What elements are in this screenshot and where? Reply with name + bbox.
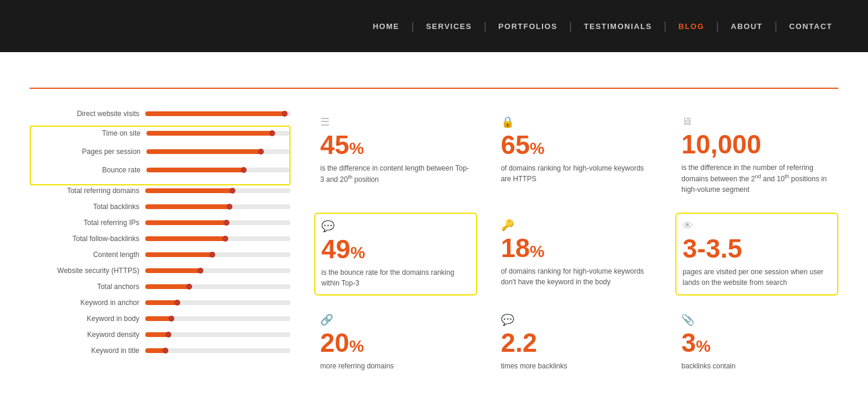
bar-label: Website security (HTTPS) <box>30 267 145 275</box>
bar-fill <box>145 268 200 273</box>
stats-section: ☰45%is the difference in content length … <box>314 110 838 377</box>
nav-item-portfolios[interactable]: PORTFOLIOS <box>487 22 570 31</box>
nav-item-contact[interactable]: CONTACT <box>777 22 844 31</box>
bar-track <box>145 111 291 116</box>
bar-dot <box>165 332 171 338</box>
bar-track <box>145 188 291 193</box>
bar-fill <box>145 111 285 116</box>
bar-row: Keyword density <box>30 330 291 339</box>
bar-row: Total referring IPs <box>30 219 291 227</box>
bar-row: Pages per session <box>31 146 289 157</box>
stat-desc: is the difference in the number of refer… <box>681 162 832 195</box>
bar-row: Total follow-backlinks <box>30 235 291 243</box>
bar-label: Content length <box>30 251 145 259</box>
bar-track <box>145 236 291 241</box>
bar-label: Total anchors <box>30 283 145 291</box>
bar-row: Time on site <box>31 128 289 139</box>
stat-desc: of domains ranking for high-volume keywo… <box>501 163 652 184</box>
bar-row: Bounce rate <box>31 165 289 175</box>
stat-card: 💬49%is the bounce rate for the domains r… <box>314 213 477 296</box>
bar-fill <box>145 220 226 225</box>
stat-value: 3-3.5 <box>682 236 831 262</box>
stat-card: 📎3%backlinks contain <box>675 307 838 377</box>
nav-item-testimonials[interactable]: TESTIMONIALS <box>572 22 664 31</box>
stat-value: 65% <box>501 132 652 158</box>
nav-item-about[interactable]: ABOUT <box>719 22 775 31</box>
stat-card: ☰45%is the difference in content length … <box>314 110 477 201</box>
bar-label: Total referring domains <box>30 187 145 195</box>
bar-fill <box>145 284 189 289</box>
bar-row: Keyword in anchor <box>30 299 291 307</box>
bar-dot <box>282 111 288 117</box>
nav-item-blog[interactable]: BLOG <box>666 22 716 31</box>
stat-desc: backlinks contain <box>681 361 832 371</box>
bar-dot <box>229 188 235 194</box>
bar-fill <box>145 188 232 193</box>
bar-fill <box>146 149 261 154</box>
bar-row: Keyword in title <box>30 346 291 355</box>
bar-track <box>145 316 291 321</box>
divider <box>30 88 838 89</box>
stat-icon: ☰ <box>320 115 471 129</box>
bar-dot <box>224 220 229 226</box>
stat-desc: is the difference in content length betw… <box>320 163 471 185</box>
bar-fill <box>145 316 171 321</box>
bar-row: Keyword in body <box>30 314 291 323</box>
stat-value: 10,000 <box>681 131 832 158</box>
stat-value: 3% <box>681 330 832 356</box>
stat-value: 20% <box>320 330 471 356</box>
bar-dot <box>209 252 215 258</box>
page-content: Direct website visitsTime on sitePages p… <box>0 52 868 395</box>
bar-label: Pages per session <box>31 147 146 156</box>
stat-card: 🖥10,000is the difference in the number o… <box>675 110 838 201</box>
bar-dot <box>258 149 264 155</box>
header: HOME|SERVICES|PORTFOLIOS|TESTIMONIALS|BL… <box>0 0 868 52</box>
stat-icon: 🔗 <box>320 313 471 326</box>
chart-section: Direct website visitsTime on sitePages p… <box>30 110 291 377</box>
bar-label: Time on site <box>31 129 146 137</box>
stat-card: 👁3-3.5pages are visited per one session … <box>675 213 838 296</box>
bar-track <box>146 131 289 136</box>
bar-fill <box>146 168 244 172</box>
bar-track <box>145 284 291 289</box>
bar-row: Direct website visits <box>30 110 291 118</box>
bar-dot <box>222 236 228 242</box>
bar-track <box>145 332 291 337</box>
stat-value: 2.2 <box>501 330 652 356</box>
bar-fill <box>145 348 165 353</box>
bar-label: Total referring IPs <box>30 219 145 227</box>
bar-dot <box>162 348 168 354</box>
bar-label: Keyword in body <box>30 314 145 323</box>
stat-card: 🔒65%of domains ranking for high-volume k… <box>495 110 658 201</box>
stat-desc: more referring domains <box>320 361 471 371</box>
nav-item-home[interactable]: HOME <box>361 22 411 31</box>
stat-card: 🔑18%of domains ranking for high-volume k… <box>495 213 658 296</box>
bar-label: Direct website visits <box>30 110 145 118</box>
bar-label: Total follow-backlinks <box>30 235 145 243</box>
bar-track <box>145 268 291 273</box>
bar-label: Keyword density <box>30 330 145 339</box>
nav-item-services[interactable]: SERVICES <box>414 22 484 31</box>
bar-label: Keyword in anchor <box>30 299 145 307</box>
bar-track <box>146 168 289 172</box>
bar-dot <box>226 204 232 210</box>
bar-dot <box>241 167 247 173</box>
stat-desc: times more backlinks <box>501 361 652 371</box>
highlighted-bars-group: Time on sitePages per sessionBounce rate <box>30 126 291 185</box>
bar-track <box>145 220 291 225</box>
bar-dot <box>197 268 203 274</box>
bar-dot <box>186 284 192 290</box>
bar-fill <box>145 300 177 305</box>
main-nav: HOME|SERVICES|PORTFOLIOS|TESTIMONIALS|BL… <box>361 20 844 33</box>
stat-icon: 🔑 <box>501 219 652 232</box>
bar-row: Total anchors <box>30 283 291 291</box>
stat-icon: 🔒 <box>501 115 652 129</box>
bar-track <box>146 149 289 154</box>
stat-icon: 📎 <box>681 313 832 326</box>
bar-row: Total referring domains <box>30 187 291 195</box>
bar-label: Bounce rate <box>31 166 146 174</box>
stat-icon: 🖥 <box>681 115 832 128</box>
stat-card: 🔗20%more referring domains <box>314 307 477 377</box>
stat-desc: of domains ranking for high-volume keywo… <box>501 266 652 287</box>
bar-row: Website security (HTTPS) <box>30 267 291 275</box>
